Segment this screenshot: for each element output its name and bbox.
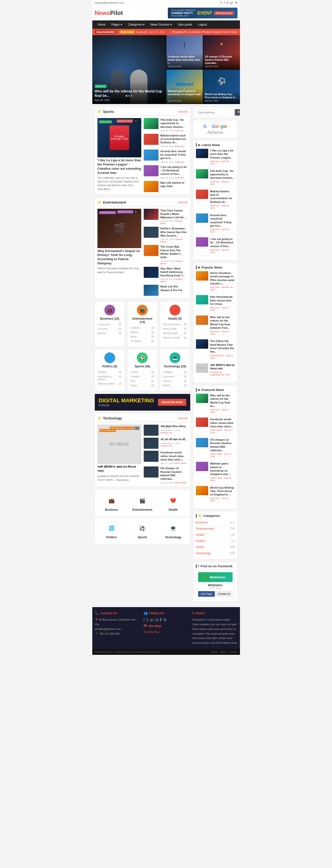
hero-article-4[interactable]: ⚽ World Cup Betting Tips: Price boost on… [203,70,240,103]
sidebar-featured-1[interactable]: Who will be the referee for the World Cu… [196,394,235,415]
politics-sub-national[interactable]: National politics(0) [98,382,122,386]
tech-list-item-4[interactable]: NO IMG US charges 12 Russian hackers beh… [144,466,188,484]
sports-view-all[interactable]: View All [178,110,187,113]
footer-sitemap-link[interactable]: Get Site Map [143,630,159,633]
sports-list-item-3[interactable]: Arsenal fans 'would be surprised' if the… [144,150,188,163]
sports-list-item-4[interactable]: 'I am not going to lie' - CS Mohamed uns… [144,165,188,179]
tech-list-item-1[interactable]: NO IMG কপির মুদ্রিতে সিদের সেদিনের... Se… [144,425,188,436]
tech-sub-internet[interactable]: Internet(0) [163,379,187,383]
sidebar-cat-politics[interactable]: Politics(2) [196,538,235,544]
register-button[interactable]: REGISTER NOW [158,399,186,406]
sports-sub-golf[interactable]: Golf(0) [131,379,154,383]
entertainment-main-article[interactable]: 🎬 CINEMA BLEND APRIL 28, 2021 ▶ 1 Why En… [98,209,141,296]
ent-sub-celebrity[interactable]: Celebrity(0) [131,326,154,330]
twitter-icon[interactable]: 𝕏 [220,1,222,4]
sidebar-popular-4[interactable]: The 6 Best Die Hard Movies That Aren't A… [196,339,235,361]
ent-list-item-2[interactable]: Netflix's Stowaway: Why Daniel Dae Kim W… [144,227,188,243]
search-button[interactable]: 🔍 [235,109,240,116]
hero-article-2[interactable]: 🔒 US charges 12 Russian hackers behind D… [203,35,240,69]
business-sub-economy[interactable]: Economy(0) [98,327,122,331]
sports-sub-cricket[interactable]: Cricket(0) [131,370,154,374]
sidebar-popular-2[interactable]: Italy International Eder leaves Inter fo… [196,295,235,313]
footer-pinterest-link[interactable]: 𝐏 [160,617,162,622]
sidebar-featured-2[interactable]: Facebook would rather shush false news t… [196,417,235,436]
hero-dot-3[interactable] [131,95,132,97]
footer-home-link[interactable]: Home [211,651,218,653]
hero-dot-1[interactable] [126,95,127,97]
cat-icon-business[interactable]: 💼 Business [98,492,126,514]
footer-linkedin-link[interactable]: in [156,617,158,622]
tech-sub-innovation[interactable]: Innovation(0) [163,374,187,379]
ent-sub-music[interactable]: Music(0) [131,335,154,339]
facebook-contact-button[interactable]: Contact Us [216,591,232,597]
cat-icon-politics[interactable]: 🌐 Politics [98,520,126,541]
footer-twitter-link[interactable]: 𝕏 [146,617,149,622]
business-sub-consumers[interactable]: Consumers(0) [98,322,122,327]
hero-dot-2[interactable] [128,95,130,97]
cat-icon-technology[interactable]: 💻 Technology [159,520,187,541]
footer-about-link[interactable]: About [220,651,226,653]
sidebar-latest-4[interactable]: Arsenal fans 'would be surprised' if the… [196,213,235,235]
rss-icon[interactable]: ⊛ [235,1,238,4]
footer-googleplus-link[interactable]: g+ [150,617,154,622]
ent-list-item-4[interactable]: Star Wars' Mark Hamill Addresses Horrify… [144,267,188,283]
nav-home[interactable]: Home [95,21,109,29]
header-banner[interactable]: ORGANIZER PRESENT SUMMER PARTY www.picel… [168,8,238,19]
sidebar-cat-business[interactable]: Business(11) [196,520,235,526]
nav-pages[interactable]: Pages ▾ [109,21,125,29]
technology-view-all[interactable]: View All [178,417,187,420]
sidebar-popular-1[interactable]: Henry Onyekuru sends message to PSG, Eve… [196,271,235,293]
politics-sub-international[interactable]: International politics(0) [98,374,122,382]
politics-sub-election[interactable]: Election(0) [98,370,122,374]
nav-news-sources[interactable]: News Sources ▾ [147,21,175,29]
sidebar-latest-5[interactable]: 'I am not going to lie' - CS Mohamed uns… [196,237,235,256]
sports-list-item-5[interactable]: Man Utd wanted to sign Totti, [144,181,188,192]
health-sub-womens[interactable]: Womens health(0) [163,336,187,340]
hero-main-article[interactable]: Goal.com Who will be the referee for the… [92,35,166,104]
hero-article-1[interactable]: f Facebook would rather shush false news… [166,35,203,69]
sidebar-latest-1[interactable]: 'I like La Liga a lot more than the Prem… [196,149,235,167]
sidebar-featured-5[interactable]: World Cup Betting Tips: Price boost on E… [196,486,235,504]
linkedin-icon[interactable]: in [226,1,228,4]
footer-contact-link[interactable]: Contact [229,651,237,653]
footer-rss-link[interactable]: ⊛ [163,617,166,622]
hero-article-3[interactable]: Walmart ✦ Walmart gains patent to eavesd… [166,70,203,103]
ent-sub-tvseries[interactable]: TV Series(0) [131,339,154,343]
sports-sub-football[interactable]: Football(0) [131,374,154,379]
entertainment-view-all[interactable]: View All [178,201,187,204]
googleplus-icon[interactable]: g+ [230,1,233,4]
logo[interactable]: NewsPilot [95,9,123,17]
ent-sub-movies[interactable]: Movies(0) [131,330,154,335]
tech-sub-mobile[interactable]: Mobile(0) [163,383,187,388]
footer-facebook-link[interactable]: f [143,617,144,622]
sidebar-featured-3[interactable]: US charges 12 Russian hackers behind DNC… [196,438,235,460]
sidebar-popular-3[interactable]: Who will be the referee for the World Cu… [196,315,235,337]
sidebar-cat-entertainment[interactable]: Entertainment(74) [196,526,235,532]
sports-list-item-1[interactable]: Fifa Arab Cup: 'An opportunity to decrea… [144,118,188,132]
sports-list-item-2[interactable]: Makata blames lack of concentration for … [144,134,188,148]
facebook-icon[interactable]: f [224,1,225,4]
health-sub-mens[interactable]: Mens health(0) [163,327,187,331]
business-sub-markets[interactable]: Markets(0) [98,331,122,336]
tech-sub-gadgets[interactable]: Gadgets(0) [163,370,187,374]
cat-icon-entertainment[interactable]: 🎬 Entertainment [128,492,157,514]
ent-list-item-3[interactable]: The Crazy Way Falcon And The Winter Sold… [144,245,188,265]
facebook-like-button[interactable]: Like Page [198,591,215,597]
technology-main-article[interactable]: NO IMAGE PROTHOM AIO SEPTEMBER 26, 2018 … [98,425,141,484]
health-sub-diet[interactable]: Diet and fitness(0) [163,322,187,327]
cat-icon-sports[interactable]: ⚽ Sports [128,520,157,541]
nav-user-panel[interactable]: User panel [175,21,195,29]
sports-sub-ragbi[interactable]: Ragbi(0) [131,383,154,388]
sidebar-popular-5[interactable]: NO IMG পাচলি রটিংতিতি'তা রাজার ঘরে বিতাও… [196,364,235,378]
tech-list-item-3[interactable]: NO IMG Facebook would rather shush false… [144,451,188,464]
search-input[interactable] [195,109,234,116]
cat-icon-health[interactable]: ❤️ Health [159,492,187,514]
ent-list-item-5[interactable]: Mask Life Not Always A Pro For [144,285,188,296]
sidebar-featured-4[interactable]: Walmart gains patent to eavesdrop on sho… [196,462,235,484]
nav-logout[interactable]: Logout [195,21,210,29]
sports-main-article[interactable]: EmiratesSTAY BET-TER GOAL.COM APRIL 28, … [98,118,141,192]
sidebar-cat-health[interactable]: Health(0) [196,532,235,538]
nav-categories[interactable]: Categories ▾ [125,21,147,29]
sidebar-latest-3[interactable]: Makata blames lack of concentration for … [196,190,235,212]
ent-list-item-1[interactable]: That Time Casino Royale's Mads Mikkelsen… [144,209,188,225]
